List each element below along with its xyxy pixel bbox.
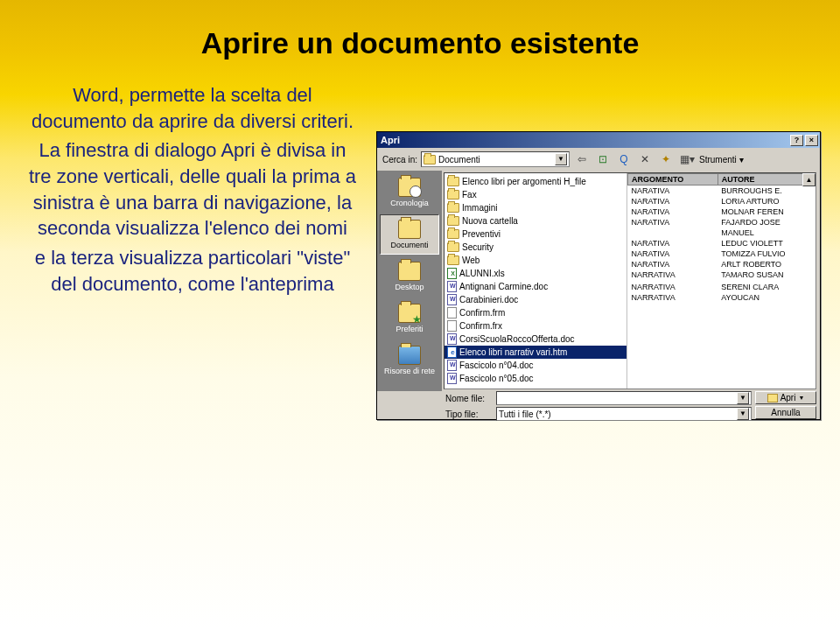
file-name: ALUNNI.xls xyxy=(459,269,505,278)
table-cell: BURROUGHS E. xyxy=(718,186,815,197)
scroll-up-button[interactable]: ▲ xyxy=(802,173,816,186)
table-row: NARATIVATOMIZZA FULVIO xyxy=(628,248,816,259)
file-name: Nuova cartella xyxy=(462,216,518,226)
file-item[interactable]: Elenco libri per argomenti H_file xyxy=(444,175,626,188)
table-cell: TOMIZZA FULVIO xyxy=(718,248,815,259)
table-row: NARRATIVAAYOUCAN xyxy=(628,292,816,303)
folder-icon xyxy=(398,178,421,197)
doc-icon xyxy=(447,373,457,384)
chevron-down-icon: ▼ xyxy=(737,408,749,420)
file-item[interactable]: Fascicolo n°05.doc xyxy=(444,372,626,385)
tools-label[interactable]: Strumenti ▾ xyxy=(699,155,744,164)
table-row: NARATIVALEDUC VIOLETT xyxy=(628,238,816,248)
place-label: Preferiti xyxy=(396,325,423,333)
table-cell: LORIA ARTURO xyxy=(718,196,815,206)
table-cell: NARATIVA xyxy=(628,196,718,206)
slide-title: Aprire un documento esistente xyxy=(0,0,840,82)
table-cell: MANUEL xyxy=(718,228,815,238)
open-folder-icon xyxy=(767,394,778,402)
filetype-combo[interactable]: Tutti i file (*.*) ▼ xyxy=(496,407,752,421)
cancel-button[interactable]: Annulla xyxy=(755,406,816,419)
help-button[interactable]: ? xyxy=(790,135,803,146)
column-header[interactable]: ARGOMENTO xyxy=(628,174,718,186)
table-row: MANUEL xyxy=(628,228,816,238)
file-item[interactable]: Elenco libri narrativ vari.htm xyxy=(444,346,626,359)
xls-icon xyxy=(447,268,457,279)
table-cell: ARLT ROBERTO xyxy=(718,259,815,270)
place-cronologia[interactable]: Cronologia xyxy=(380,172,439,213)
open-dialog: Apri ? × Cerca in: Documenti ▼ ⇦ ⊡ Q ✕ ✦… xyxy=(376,131,821,420)
folder-icon xyxy=(398,346,421,365)
file-item[interactable]: Confirm.frx xyxy=(444,319,626,332)
file-item[interactable]: Nuova cartella xyxy=(444,214,626,228)
place-preferiti[interactable]: Preferiti xyxy=(380,298,439,339)
file-item[interactable]: Carabinieri.doc xyxy=(444,293,626,306)
file-name: CorsiScuolaRoccoOfferta.doc xyxy=(459,334,575,344)
table-cell: FAJARDO JOSE xyxy=(718,217,815,228)
table-cell: SERENI CLARA xyxy=(718,282,815,292)
open-button[interactable]: Apri▼ xyxy=(755,391,816,404)
table-cell: AYOUCAN xyxy=(718,292,815,303)
file-item[interactable]: Web xyxy=(444,254,626,267)
file-item[interactable]: Antignani Carmine.doc xyxy=(444,280,626,293)
table-cell: TAMARO SUSAN xyxy=(718,270,815,280)
table-cell xyxy=(628,228,718,238)
file-item[interactable]: Confirm.frm xyxy=(444,306,626,319)
search-web-button[interactable]: Q xyxy=(615,150,633,168)
up-button[interactable]: ⊡ xyxy=(594,150,612,168)
delete-button[interactable]: ✕ xyxy=(636,150,654,168)
column-header[interactable]: AUTORE xyxy=(718,174,815,186)
lookin-combo[interactable]: Documenti ▼ xyxy=(421,151,570,167)
file-item[interactable]: Fax xyxy=(444,188,626,201)
file-name: Immagini xyxy=(462,203,498,213)
table-cell: NARATIVA xyxy=(628,206,718,217)
lookin-value: Documenti xyxy=(438,155,480,164)
slide-body-text: Word, permette la scelta del documento d… xyxy=(26,82,359,298)
filename-input[interactable]: ▼ xyxy=(496,391,752,405)
preview-pane: ARGOMENTOAUTORE NARATIVABURROUGHS E.NARA… xyxy=(626,173,816,388)
folder-icon xyxy=(447,190,459,200)
dialog-titlebar[interactable]: Apri ? × xyxy=(377,132,820,148)
table-row: NARRATIVATAMARO SUSAN xyxy=(628,270,816,280)
file-name: Carabinieri.doc xyxy=(459,295,518,304)
back-button[interactable]: ⇦ xyxy=(573,150,591,168)
file-item[interactable]: Immagini xyxy=(444,201,626,214)
close-button[interactable]: × xyxy=(805,135,818,146)
new-folder-button[interactable]: ✦ xyxy=(657,150,675,168)
folder-icon xyxy=(447,216,459,226)
folder-icon xyxy=(447,203,459,213)
filetype-label: Tipo file: xyxy=(445,410,493,419)
table-row: NARATIVALORIA ARTURO xyxy=(628,196,816,206)
place-label: Desktop xyxy=(395,283,424,291)
place-desktop[interactable]: Desktop xyxy=(380,256,439,297)
gen-icon xyxy=(447,320,457,332)
folder-icon xyxy=(447,242,459,252)
doc-icon xyxy=(447,333,457,345)
file-item[interactable]: Preventivi xyxy=(444,228,626,241)
file-list[interactable]: Elenco libri per argomenti H_fileFaxImma… xyxy=(444,173,626,388)
chevron-down-icon: ▼ xyxy=(555,153,567,165)
file-item[interactable]: Fascicolo n°04.doc xyxy=(444,359,626,372)
file-name: Fax xyxy=(462,190,477,200)
file-pane: Elenco libri per argomenti H_fileFaxImma… xyxy=(444,172,816,389)
table-row: NARRATIVASERENI CLARA xyxy=(628,282,816,292)
folder-icon xyxy=(447,177,459,186)
file-name: Security xyxy=(462,242,494,252)
views-button[interactable]: ▦▾ xyxy=(678,150,696,168)
file-item[interactable]: ALUNNI.xls xyxy=(444,267,626,280)
file-item[interactable]: CorsiScuolaRoccoOfferta.doc xyxy=(444,332,626,346)
table-row: NARATIVAFAJARDO JOSE xyxy=(628,217,816,228)
paragraph-1: Word, permette la scelta del documento d… xyxy=(26,82,359,134)
place-label: Cronologia xyxy=(390,199,429,207)
place-documenti[interactable]: Documenti xyxy=(380,214,439,255)
places-bar: CronologiaDocumentiDesktopPreferitiRisor… xyxy=(377,171,442,391)
place-label: Risorse di rete xyxy=(384,367,435,375)
table-cell: LEDUC VIOLETT xyxy=(718,238,815,248)
place-risorse-di-rete[interactable]: Risorse di rete xyxy=(380,340,439,381)
file-item[interactable]: Security xyxy=(444,241,626,254)
folder-icon xyxy=(398,262,421,281)
folder-icon xyxy=(398,220,421,239)
dialog-toolbar: Cerca in: Documenti ▼ ⇦ ⊡ Q ✕ ✦ ▦▾ Strum… xyxy=(377,148,820,171)
file-name: Antignani Carmine.doc xyxy=(459,282,548,291)
table-cell: NARRATIVA xyxy=(628,270,718,280)
